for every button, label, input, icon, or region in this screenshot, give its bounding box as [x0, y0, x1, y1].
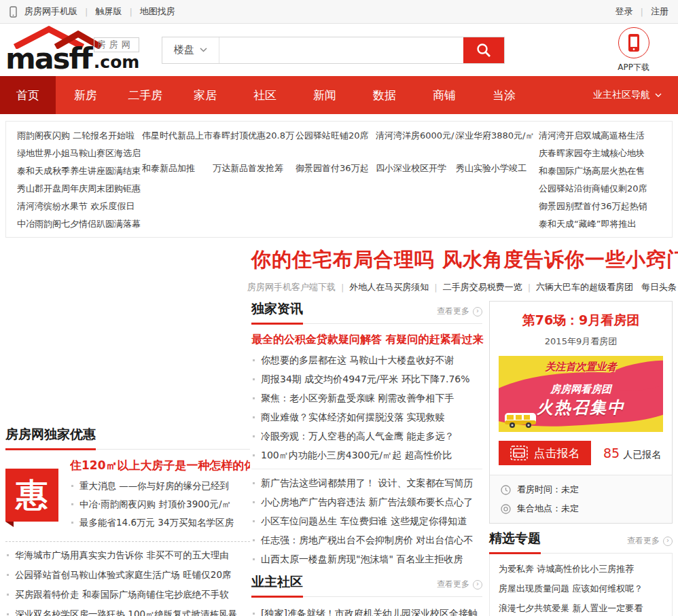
news-link[interactable]: 御景园首付36万起	[296, 160, 376, 177]
hero-link[interactable]: 二手房交易税费一览	[443, 281, 522, 293]
touch-site-link[interactable]: 触屏版	[95, 5, 122, 18]
list-item[interactable]: 聚焦：老小区旁新盘受亲睐 刚需改善争相下手	[251, 388, 482, 407]
view-more-link[interactable]: 查看更多 ›	[627, 535, 673, 553]
list-item[interactable]: 买房跟着特价走 和泰国际广场商铺住宅抄底绝不手软	[5, 585, 250, 604]
list-item-text: 买房跟着特价走 和泰国际广场商铺住宅抄底绝不手软	[15, 585, 229, 604]
list-item[interactable]: 小区车位问题丛生 车位费归谁 这些规定你得知道	[251, 511, 482, 530]
bullet-icon	[253, 359, 255, 361]
hero-link[interactable]: 六辆大巴车的超级看房团	[536, 281, 633, 293]
mobile-site-link[interactable]: 房房网手机版	[24, 5, 77, 18]
logo[interactable]: masff 房房网 .com	[0, 24, 158, 76]
list-item[interactable]: 深业双名校学区房一路狂热 100㎡绝版复式掀清栋风暴	[5, 604, 250, 616]
hero-links-row: 房房网手机客户端下载 | 外地人在马买房须知 | 二手房交易税费一览 | 六辆大…	[251, 281, 673, 293]
divider: |	[129, 7, 132, 17]
mobile-phone-icon	[10, 6, 17, 18]
nav-item-community[interactable]: 社区	[235, 76, 295, 114]
news-link[interactable]: 秀山郡开盘周年庆周末团购钜惠	[17, 180, 142, 198]
list-item[interactable]: 新广告法这些词都禁用了！ 设计、文案都在写简历	[251, 473, 482, 492]
list-item[interactable]: 最多能省14.6万元 34万买知名学区房	[70, 513, 250, 532]
news-link[interactable]: 雨韵阁夜闪购 二轮报名开始啦	[17, 127, 142, 145]
register-link[interactable]: 注册	[651, 5, 668, 18]
news-column-1: 雨韵阁夜闪购 二轮报名开始啦 绿地世界小姐马鞍山赛区海选启 泰和天成秋季养生讲座…	[17, 127, 142, 232]
discount-news-list: 华海城市广场用真实实力告诉你 非买不可的五大理由 公园驿站首创马鞍山体验式家庭生…	[5, 545, 250, 616]
tour-ad-banner[interactable]: 关注首次置业者 房房网看房团 火热召集中	[499, 356, 663, 432]
bullet-icon	[253, 454, 255, 456]
signup-count-number: 85	[603, 446, 620, 460]
list-item[interactable]: 山西太原一楼盘新房现"泡沫墙" 百名业主拒收房	[251, 549, 482, 568]
hero-link[interactable]: 每日头条	[641, 281, 677, 293]
bullet-icon	[253, 482, 255, 484]
list-item[interactable]: 小心房地产广告内容违法 新广告法颁布要长点心了	[251, 492, 482, 511]
news-link[interactable]: 庆春晖家园夺主城核心地块	[539, 145, 661, 162]
list-item[interactable]: 为爱私奔 诗城高性价比小三房推荐	[499, 559, 663, 579]
divider: |	[528, 283, 531, 293]
section-title: 独家资讯	[251, 300, 303, 325]
hero-link[interactable]: 房房网手机客户端下载	[247, 281, 336, 293]
section-title: 业主社区	[251, 573, 303, 598]
nav-item-dangtu[interactable]: 当涂	[474, 76, 534, 114]
news-link[interactable]: 四小深业校区开学	[376, 160, 456, 177]
app-download-button[interactable]	[618, 27, 649, 58]
list-item[interactable]: 重大消息 ——你与好房的缘分已经到	[70, 477, 250, 495]
list-item[interactable]: 周报34期 成交均价4947元/平米 环比下降7.76%	[251, 369, 482, 388]
list-item[interactable]: 商业难做？实体经济如何摆脱没落 实现救赎	[251, 407, 482, 427]
nav-item-home-furnishing[interactable]: 家居	[175, 76, 235, 114]
nav-item-data[interactable]: 数据	[355, 76, 414, 114]
nav-item-home[interactable]: 首页	[0, 76, 56, 114]
news-link[interactable]: 公园驿站旺铺20席	[296, 127, 376, 145]
news-link[interactable]: 泰和天成秋季养生讲座圆满结束	[17, 162, 142, 180]
view-more-link[interactable]: 查看更多 ›	[437, 306, 482, 323]
discount-badge[interactable]: 惠	[5, 469, 58, 522]
hero-headline-link[interactable]: 你的住宅布局合理吗 风水角度告诉你一些小窍门	[251, 247, 673, 274]
list-item[interactable]: 任志强：房地产税出台不会抑制房价 对出台信心不	[251, 530, 482, 549]
news-link[interactable]: 秀山实验小学竣工	[456, 160, 539, 177]
list-item[interactable]: 中冶·雨韵阁夜闪购 封顶价3900元/㎡	[70, 495, 250, 513]
bullet-icon	[71, 503, 73, 505]
news-link[interactable]: 清河湾缤纷水果节 欢乐度假日	[17, 198, 142, 215]
news-link[interactable]: 御景园别墅首付36万起热销	[539, 198, 661, 215]
search-button[interactable]	[463, 37, 504, 63]
news-link[interactable]: 清河湾开启双城高逼格生活	[539, 127, 661, 145]
list-item[interactable]: 100㎡内功能小三房4300元/㎡起 超高性价比	[251, 446, 482, 465]
nav-item-news[interactable]: 新闻	[295, 76, 355, 114]
discount-promo-content: 住120㎡以上大房子是一种怎样的体验 重大消息 ——你与好房的缘分已经到 中冶·…	[70, 458, 250, 532]
bullet-icon	[253, 613, 255, 615]
tour-subtitle: 2015年9月看房团	[490, 336, 672, 348]
discount-headline-link[interactable]: 住120㎡以上大房子是一种怎样的体验	[70, 458, 250, 473]
news-link[interactable]: 中冶雨韵阁七夕情侣趴圆满落幕	[17, 215, 142, 232]
login-link[interactable]: 登录	[615, 5, 633, 18]
list-item[interactable]: 华海城市广场用真实实力告诉你 非买不可的五大理由	[5, 545, 250, 565]
news-link[interactable]: 清河湾洋房6000元/㎡	[376, 127, 456, 145]
news-link[interactable]: 深业华府3880元/㎡	[456, 127, 539, 145]
nav-item-secondhand[interactable]: 二手房	[115, 76, 175, 114]
signup-button[interactable]: 点击报名	[499, 441, 591, 465]
owner-community-nav-dropdown[interactable]: 业主社区导航	[593, 89, 662, 101]
tour-time-label: 看房时间：未定	[517, 484, 579, 496]
list-item[interactable]: 浪漫七夕共筑爱巢 新人置业一定要看	[499, 598, 663, 616]
news-link[interactable]: 万达新品首发抢筹	[213, 160, 296, 177]
news-link[interactable]: 绿地世界小姐马鞍山赛区海选启	[17, 145, 142, 162]
hero-link[interactable]: 外地人在马买房须知	[349, 281, 429, 293]
news-link[interactable]: 伟星时代新品上市	[142, 127, 213, 145]
news-link[interactable]: 公园驿站沿街商铺仅剩20席	[539, 180, 661, 198]
nav-item-shops[interactable]: 商铺	[414, 76, 474, 114]
list-item[interactable]: 冷眼旁观：万人空巷的高人气金鹰 能走多远？	[251, 427, 482, 446]
view-more-link[interactable]: 查看更多 ›	[437, 579, 482, 596]
list-item[interactable]: [独家]准备就绪！市政府机关幼儿园深业校区全接触	[251, 604, 482, 616]
map-search-link[interactable]: 地图找房	[140, 5, 175, 18]
news-link[interactable]: 泰和天成“藏峰”即将推出	[539, 215, 661, 232]
list-item[interactable]: 房屋出现质量问题 应该如何维权呢？	[499, 579, 663, 598]
news-link[interactable]: 和泰国际广场高层火热在售	[539, 162, 661, 180]
news-link[interactable]: 和泰新品加推	[142, 160, 213, 177]
right-column: 第76场：9月看房团 2015年9月看房团 关注首次置业者 房房网看房团 火热召…	[489, 301, 673, 616]
list-item[interactable]: 你想要的多层都在这 马鞍山十大楼盘收好不谢	[251, 350, 482, 369]
bullet-icon	[7, 613, 9, 615]
list-item[interactable]: 公园驿站首创马鞍山体验式家庭生活广场 旺铺仅20席	[5, 565, 250, 585]
list-item-text: 山西太原一楼盘新房现"泡沫墙" 百名业主拒收房	[261, 549, 463, 568]
news-link[interactable]: 春晖封顶优惠20.8万	[213, 127, 296, 145]
tour-title[interactable]: 第76场：9月看房团	[490, 312, 672, 329]
search-input[interactable]	[219, 37, 463, 63]
featured-article-link[interactable]: 最全的公积金贷款疑问解答 有疑问的赶紧看过来	[251, 333, 482, 347]
nav-item-new-homes[interactable]: 新房	[56, 76, 115, 114]
search-category-dropdown[interactable]: 楼盘	[162, 37, 219, 63]
